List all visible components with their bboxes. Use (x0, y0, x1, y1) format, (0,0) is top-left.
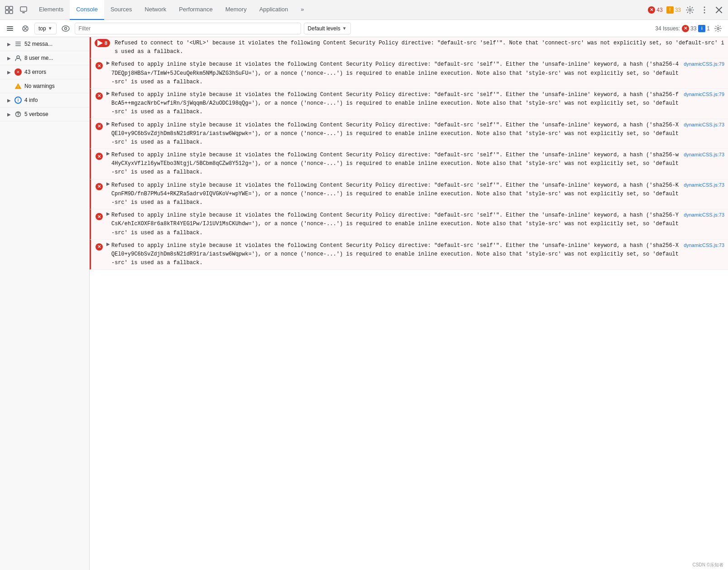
sidebar-item-user[interactable]: ▶ 8 user me... (0, 51, 89, 65)
entry-source-4[interactable]: dynamicCSS.js:73 (684, 152, 724, 157)
issues-info-count: 1 (707, 25, 710, 32)
clear-btn[interactable] (19, 22, 32, 35)
console-entry-1[interactable]: ✕ ▶ Refused to apply inline style becaus… (90, 58, 728, 89)
sidebar-messages-label: 52 messa... (24, 41, 85, 47)
tab-elements[interactable]: Elements (33, 0, 70, 20)
svg-rect-18 (15, 43, 21, 44)
svg-rect-17 (15, 42, 21, 43)
inspect-icon[interactable] (4, 5, 14, 15)
expand-arrow-verbose: ▶ (7, 112, 12, 117)
tab-application[interactable]: Application (253, 0, 295, 20)
devtools-icons (4, 5, 29, 15)
entry-text-6: Refused to apply inline style because it… (111, 211, 680, 237)
entry-source-2[interactable]: dynamicCSS.js:79 (684, 92, 724, 97)
default-levels-label: Default levels (308, 25, 340, 32)
context-chevron: ▼ (48, 26, 53, 31)
entry-source-6[interactable]: dynamicCSS.js:73 (684, 212, 724, 217)
user-icon (14, 54, 22, 62)
play-tri-icon (97, 40, 103, 46)
list-icon (14, 40, 22, 48)
entry-error-icon-1: ✕ (95, 61, 104, 70)
sidebar-item-warnings[interactable]: ▶ ! No warnings (0, 79, 89, 93)
expand-tri-2: ▶ (106, 91, 110, 96)
entry-source-7[interactable]: dynamicCSS.js:73 (684, 242, 724, 248)
svg-rect-2 (5, 10, 9, 14)
context-label: top (38, 25, 46, 32)
tab-memory[interactable]: Memory (219, 0, 253, 20)
expand-arrow-errors: ▶ (7, 70, 12, 75)
entry-text-3: Refused to apply inline style because it… (111, 121, 680, 147)
console-entry-7[interactable]: ✕ ▶ Refused to apply inline style becaus… (90, 240, 728, 270)
sidebar-item-info[interactable]: ▶ i 4 info (0, 93, 89, 107)
issues-error-icon: ✕ (682, 25, 689, 32)
tab-bar-right: ✕ 43 ! 33 (648, 5, 724, 15)
svg-point-20 (17, 56, 19, 58)
entry-error-icon-2: ✕ (95, 92, 104, 101)
error-badge[interactable]: ✕ 43 (648, 6, 662, 14)
tab-more[interactable]: » (294, 0, 310, 20)
expand-arrow-user: ▶ (7, 56, 12, 61)
entry-source-3[interactable]: dynamicCSS.js:73 (684, 122, 724, 127)
sidebar-user-label: 8 user me... (24, 55, 85, 61)
console-entry-6[interactable]: ✕ ▶ Refused to apply inline style becaus… (90, 209, 728, 240)
svg-rect-4 (20, 7, 27, 11)
warn-count: 33 (675, 7, 681, 13)
error-count: 43 (656, 7, 662, 13)
tab-performance[interactable]: Performance (172, 0, 219, 20)
sidebar-errors-label: 43 errors (24, 69, 85, 75)
issues-bar[interactable]: 34 Issues: ✕ 33 i 1 (655, 22, 724, 35)
expand-arrow-messages: ▶ (7, 42, 12, 47)
entry-text-1: Refused to apply inline style because it… (111, 60, 680, 87)
svg-rect-12 (7, 30, 13, 31)
device-icon[interactable] (18, 5, 29, 15)
entry-error-icon-4: ✕ (95, 152, 104, 161)
verbose-icon (14, 111, 22, 118)
entry-error-icon-6: ✕ (95, 212, 104, 221)
entry-source-1[interactable]: dynamicCSS.js:79 (684, 61, 724, 67)
context-selector[interactable]: top ▼ (34, 23, 57, 34)
console-entry-2[interactable]: ✕ ▶ Refused to apply inline style becaus… (90, 89, 728, 119)
filter-input[interactable] (75, 23, 301, 34)
warn-badge[interactable]: ! 33 (666, 6, 681, 14)
svg-point-8 (704, 9, 705, 10)
entry-text-5: Refused to apply inline style because it… (111, 181, 680, 208)
svg-point-14 (62, 26, 69, 31)
svg-rect-11 (7, 28, 13, 29)
svg-rect-1 (10, 6, 13, 10)
default-levels-selector[interactable]: Default levels ▼ (304, 23, 351, 34)
console-entry-3[interactable]: ✕ ▶ Refused to apply inline style becaus… (90, 119, 728, 150)
tab-console[interactable]: Console (70, 0, 104, 20)
expand-tri-4: ▶ (106, 151, 110, 156)
error-badge-icon: ✕ (648, 6, 655, 14)
expand-arrow-info: ▶ (7, 98, 12, 103)
settings-icon[interactable] (685, 5, 695, 15)
entry-text-2: Refused to apply inline style because it… (111, 91, 680, 117)
main-area: ▶ 52 messa... ▶ 8 user me... ▶ (0, 37, 728, 570)
console-entry-0[interactable]: 8 Refused to connect to '<URL>' because … (90, 37, 728, 58)
eye-icon[interactable] (59, 22, 72, 35)
entry-source-5[interactable]: dynamicCSS.js:73 (684, 182, 724, 188)
console-entry-4[interactable]: ✕ ▶ Refused to apply inline style becaus… (90, 149, 728, 179)
svg-rect-5 (22, 12, 25, 13)
issues-settings-icon[interactable] (712, 22, 724, 35)
sidebar-item-messages[interactable]: ▶ 52 messa... (0, 37, 89, 51)
expand-tri-6: ▶ (106, 211, 110, 216)
sidebar-item-verbose[interactable]: ▶ 5 verbose (0, 107, 89, 121)
sidebar-verbose-label: 5 verbose (24, 111, 85, 117)
svg-point-7 (704, 6, 705, 8)
tab-sources[interactable]: Sources (104, 0, 139, 20)
issues-info-icon: i (698, 25, 705, 32)
sidebar-item-errors[interactable]: ▶ ✕ 43 errors (0, 65, 89, 79)
svg-rect-10 (7, 26, 13, 27)
tab-network[interactable]: Network (139, 0, 173, 20)
issues-info-badge: i 1 (698, 25, 710, 32)
more-icon[interactable] (699, 5, 710, 15)
console-entry-5[interactable]: ✕ ▶ Refused to apply inline style becaus… (90, 179, 728, 210)
svg-rect-0 (5, 6, 9, 10)
issues-error-badge: ✕ 33 (682, 25, 696, 32)
console-output[interactable]: 8 Refused to connect to '<URL>' because … (90, 37, 728, 570)
expand-tri-5: ▶ (106, 181, 110, 186)
sidebar-toggle-btn[interactable] (4, 22, 16, 35)
close-icon[interactable] (714, 5, 724, 15)
grouped-badge: 8 (95, 39, 110, 47)
